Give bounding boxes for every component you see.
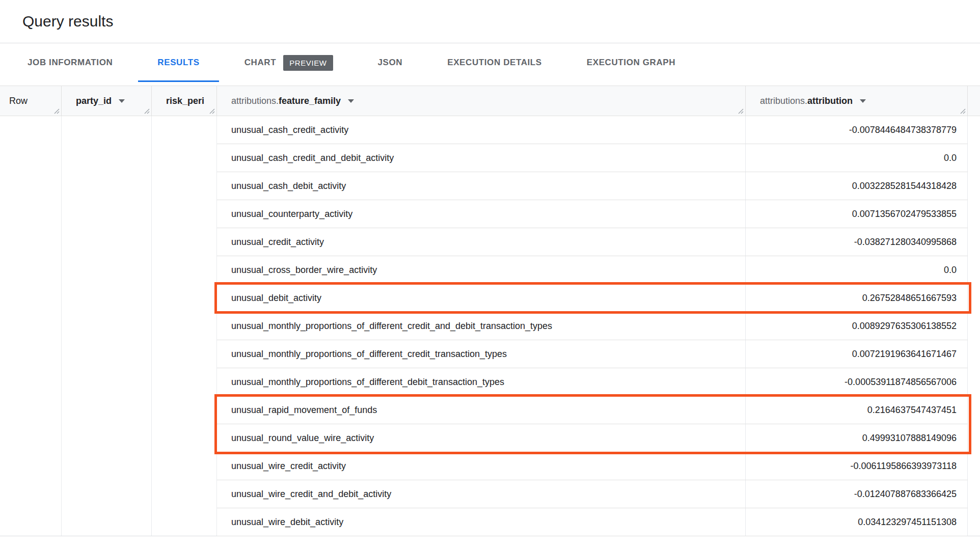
tab-job-information[interactable]: JOB INFORMATION [5,43,135,82]
feature-family-cell: unusual_debit_activity [217,284,746,312]
feature-family-cell: unusual_cash_credit_activity [217,116,746,144]
attribution-cell: -0.00053911874856567006 [746,368,968,396]
column-resize-handle[interactable] [738,108,744,114]
column-label: Row [9,96,28,106]
page-title: Query results [22,13,113,30]
column-header-feature-family[interactable]: attributions.feature_family [217,86,746,116]
table-row: unusual_monthly_proportions_of_different… [217,368,968,396]
attribution-cell: 0.0032285281544318428 [746,172,968,200]
results-table: Row party_id risk_peri attributions.feat… [0,86,980,536]
tab-label: JOB INFORMATION [28,58,113,68]
column-divider [151,116,152,536]
attribution-cell: 0.0071356702479533855 [746,200,968,228]
feature-family-cell: unusual_monthly_proportions_of_different… [217,340,746,368]
attribution-cell: 0.0089297635306138552 [746,312,968,340]
table-row-highlighted: unusual_rapid_movement_of_funds 0.216463… [217,396,968,424]
feature-family-cell: unusual_counterparty_activity [217,200,746,228]
column-header-risk-period[interactable]: risk_peri [152,86,217,116]
feature-family-cell: unusual_monthly_proportions_of_different… [217,368,746,396]
column-resize-handle[interactable] [960,108,966,114]
tab-json[interactable]: JSON [356,43,425,82]
nested-rows: unusual_cash_credit_activity -0.00784464… [217,116,968,536]
table-row: unusual_wire_credit_activity -0.00611958… [217,452,968,480]
column-label: party_id [76,96,112,106]
table-row: unusual_counterparty_activity 0.00713567… [217,200,968,228]
table-row: unusual_monthly_proportions_of_different… [217,340,968,368]
table-body: unusual_cash_credit_activity -0.00784464… [0,116,980,536]
tab-label: EXECUTION DETAILS [447,58,542,68]
table-row: unusual_credit_activity -0.0382712803409… [217,228,968,256]
table-row: unusual_cash_credit_activity -0.00784464… [217,116,968,144]
attribution-cell: 0.0 [746,256,968,284]
tab-chart[interactable]: CHART PREVIEW [222,43,356,82]
table-header: Row party_id risk_peri attributions.feat… [0,86,980,116]
feature-family-cell: unusual_monthly_proportions_of_different… [217,312,746,340]
dropdown-arrow-icon[interactable] [348,99,354,103]
column-label: risk_peri [166,96,204,106]
table-row: unusual_cross_border_wire_activity 0.0 [217,256,968,284]
feature-family-cell: unusual_cash_debit_activity [217,172,746,200]
titlebar: Query results [0,0,980,43]
dropdown-arrow-icon[interactable] [119,99,125,103]
column-divider [61,116,62,536]
column-label: attribution [807,96,853,106]
column-resize-handle[interactable] [54,108,60,114]
table-row: unusual_cash_debit_activity 0.0032285281… [217,172,968,200]
tab-execution-graph[interactable]: EXECUTION GRAPH [564,43,698,82]
column-resize-handle[interactable] [144,108,150,114]
tab-bar: JOB INFORMATION RESULTS CHART PREVIEW JS… [0,43,980,82]
table-row: unusual_cash_credit_and_debit_activity 0… [217,144,968,172]
attribution-cell: -0.012407887683366425 [746,480,968,508]
feature-family-cell: unusual_cash_credit_and_debit_activity [217,144,746,172]
feature-family-cell: unusual_wire_credit_and_debit_activity [217,480,746,508]
column-header-attribution[interactable]: attributions.attribution [746,86,968,116]
tab-label: CHART [244,58,277,68]
table-row: unusual_monthly_proportions_of_different… [217,312,968,340]
tab-execution-details[interactable]: EXECUTION DETAILS [425,43,564,82]
attribution-cell: -0.0061195866393973118 [746,452,968,480]
tab-label: EXECUTION GRAPH [587,58,675,68]
column-header-party-id[interactable]: party_id [62,86,152,116]
table-row-highlighted: unusual_debit_activity 0.267528486516675… [217,284,968,312]
feature-family-cell: unusual_wire_credit_activity [217,452,746,480]
table-row: unusual_wire_credit_and_debit_activity -… [217,480,968,508]
column-label-prefix: attributions. [760,96,807,106]
attribution-cell: 0.26752848651667593 [746,284,968,312]
table-row-highlighted: unusual_round_value_wire_activity 0.4999… [217,424,968,452]
feature-family-cell: unusual_wire_debit_activity [217,508,746,536]
attribution-cell: 0.49993107888149096 [746,424,968,452]
attribution-cell: 0.0 [746,144,968,172]
attribution-cell: 0.034123297451151308 [746,508,968,536]
feature-family-cell: unusual_credit_activity [217,228,746,256]
attribution-cell: 0.2164637547437451 [746,396,968,424]
attribution-cell: 0.0072191963641671467 [746,340,968,368]
preview-badge: PREVIEW [283,55,333,71]
column-header-row[interactable]: Row [0,86,62,116]
tab-label: RESULTS [157,58,199,68]
tab-results[interactable]: RESULTS [135,43,222,82]
column-resize-handle[interactable] [209,108,215,114]
table-row: unusual_wire_debit_activity 0.0341232974… [217,508,968,536]
feature-family-cell: unusual_cross_border_wire_activity [217,256,746,284]
attribution-cell: -0.0078446484738378779 [746,116,968,144]
feature-family-cell: unusual_round_value_wire_activity [217,424,746,452]
dropdown-arrow-icon[interactable] [860,99,866,103]
column-label-prefix: attributions. [231,96,279,106]
feature-family-cell: unusual_rapid_movement_of_funds [217,396,746,424]
attribution-cell: -0.038271280340995868 [746,228,968,256]
column-label: feature_family [279,96,341,106]
tab-label: JSON [378,58,403,68]
